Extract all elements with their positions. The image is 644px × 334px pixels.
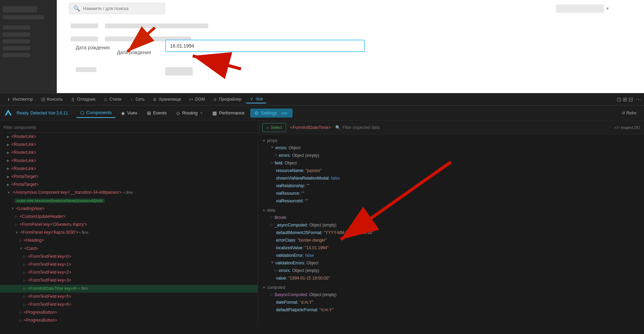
- nav-events[interactable]: ⊞ Events: [143, 109, 171, 118]
- tree-item[interactable]: ▷ <ProgressButton>: [0, 308, 258, 316]
- search-icon: 🔍: [335, 125, 340, 130]
- vue-devtools-panel: Ready. Detected Vue 2.6.11. ⬡ Components…: [0, 105, 644, 326]
- tab-storage[interactable]: ☰ Хранилище: [149, 95, 184, 103]
- error-class-row: errorClass: "border-danger": [262, 236, 640, 244]
- tab-styles[interactable]: ◻ Стили: [99, 95, 125, 103]
- arrow-icon: ▷: [271, 214, 273, 220]
- tree-arrow: ▷: [23, 294, 26, 299]
- tree-arrow: ▷: [23, 278, 26, 283]
- shown-modal-row: shownViaNewRelationModal: false: [262, 174, 640, 182]
- routing-dropdown-icon: ▼: [200, 111, 203, 115]
- tree-item[interactable]: ▷ <FormTextField key=6>: [0, 301, 258, 308]
- tree-item[interactable]: ▷ <CustomUpdateHeader>: [0, 213, 258, 221]
- tree-arrow: ▷: [23, 302, 26, 307]
- date-input[interactable]: [165, 40, 365, 52]
- validation-error-row: validationError: false: [262, 252, 640, 259]
- date-field-label: Дата рождения: [76, 45, 110, 50]
- vue-icon: V: [249, 97, 254, 101]
- validation-errors-row: ▼ validationErrors: Object: [262, 259, 640, 267]
- debugger-icon: {}: [71, 97, 75, 102]
- filter-data-input[interactable]: [342, 125, 394, 130]
- tab-network[interactable]: ↕ Сеть: [126, 95, 148, 103]
- tab-console[interactable]: ⬛ Консоль: [37, 95, 66, 103]
- tree-item[interactable]: ▶ <RouterLink>: [0, 141, 258, 149]
- arrow-icon: ▷: [271, 292, 273, 297]
- tree-item[interactable]: ▷ <FormTextField key=1>: [0, 261, 258, 269]
- inspector-toolbar: ○ Components Select <FormIntlDateTime> 🔍…: [258, 121, 644, 134]
- arrow-icon: ▼: [271, 260, 274, 265]
- tree-item[interactable]: ▷ <FormTextField key=5>: [0, 293, 258, 301]
- refresh-btn[interactable]: ↺ Refre: [618, 109, 640, 117]
- nav-performance[interactable]: ▦ Performance: [208, 109, 249, 118]
- nav-components[interactable]: ⬡ Components: [76, 108, 116, 118]
- vue-logo-icon: [4, 109, 12, 117]
- tree-item[interactable]: ▷ <ProgressButton>: [0, 316, 258, 324]
- filter-data-bar: 🔍: [335, 125, 394, 130]
- route-pill: router-view /resources/{resourceName}/{r…: [14, 199, 105, 203]
- tree-item[interactable]: ▷ <FormTextField key=3>: [0, 276, 258, 284]
- select-button[interactable]: ○ Components Select: [262, 123, 286, 132]
- props-header[interactable]: ▼ props: [262, 137, 640, 144]
- computed-header[interactable]: ▼ computed: [262, 284, 640, 291]
- styles-icon: ◻: [103, 97, 108, 102]
- computed-section: ▼ computed ▷ $asyncComputed: Object (emp…: [262, 284, 640, 314]
- tab-dom[interactable]: <> DOM: [185, 95, 208, 103]
- more-options-icon[interactable]: ⋯: [636, 96, 641, 103]
- data-header[interactable]: ▼ data: [262, 207, 640, 214]
- tree-item[interactable]: ▶ <RouterLink>: [0, 149, 258, 156]
- profiler-icon: ◷: [212, 97, 217, 102]
- tree-item[interactable]: ▷ <Heading>: [0, 236, 258, 244]
- tree-item[interactable]: ▷ <FormPanel key='Обновить Карту'>: [0, 221, 258, 229]
- data-section: ▼ data ▷ $route ▷ _asyncComputed: Object…: [262, 207, 640, 282]
- tree-item[interactable]: ▼ <Card>: [0, 245, 258, 253]
- tree-item[interactable]: ▷ <FormTextField key=0>: [0, 253, 258, 261]
- settings-icon: ⚙: [254, 110, 259, 116]
- devtools-bar: ℹ Инспектор ⬛ Консоль {} Отладчик ◻ Стил…: [0, 93, 644, 105]
- tree-item[interactable]: ▶ <RouterLink>: [0, 157, 258, 165]
- tree-arrow: ▼: [15, 230, 19, 235]
- tree-item[interactable]: ▶ <RouterLink>: [0, 165, 258, 173]
- tree-item[interactable]: ▼ <FormPanel key='Карта 0030'> + $ms: [0, 229, 258, 236]
- nav-routing[interactable]: ◇ Routing ▼: [172, 109, 207, 118]
- arrow-icon: ▼: [271, 145, 274, 150]
- tab-vue[interactable]: V Vue: [246, 95, 266, 103]
- devtools-content: ▶ <RouterLink> ▶ <RouterLink> ▶ <RouterL…: [0, 121, 644, 326]
- tab-inspector[interactable]: ℹ Инспектор: [3, 95, 36, 103]
- storage-icon: ☰: [152, 97, 157, 102]
- tree-arrow: ▷: [23, 262, 26, 267]
- tree-filter-input[interactable]: [3, 125, 254, 130]
- form-label-date: Дата рождения: [117, 50, 158, 55]
- layout-icon-3[interactable]: ⊟: [629, 96, 633, 103]
- inspect-dom-button[interactable]: </> Inspect DO: [614, 125, 640, 130]
- tree-arrow: ▷: [23, 270, 26, 275]
- tree-arrow: ▶: [7, 174, 10, 180]
- layout-icon-2[interactable]: ⊞: [623, 96, 627, 103]
- via-resource-row: viaResource: "": [262, 190, 640, 197]
- component-name-display: <FormIntlDateTime>: [290, 125, 331, 130]
- tree-item[interactable]: ▼ <LoadingView>: [0, 205, 258, 213]
- tab-profiler[interactable]: ◷ Профайлер: [209, 95, 245, 103]
- tree-arrow: ▼: [11, 206, 14, 211]
- vuex-icon: ◈: [121, 110, 125, 116]
- search-input[interactable]: [83, 6, 152, 11]
- components-icon: ⬡: [80, 110, 84, 115]
- console-icon: ⬛: [41, 97, 45, 102]
- routing-icon: ◇: [176, 110, 180, 116]
- errors-empty-row: ▷ errors: Object (empty): [262, 152, 640, 159]
- tree-item-selected[interactable]: ▷ <FormIntlDateTime key=4> + $ms: [0, 285, 258, 293]
- tree-arrow: ▶: [7, 142, 10, 148]
- nav-vuex[interactable]: ◈ Vuex: [117, 109, 141, 118]
- tab-debugger[interactable]: {} Отладчик: [67, 95, 99, 103]
- tree-arrow: ▶: [7, 150, 10, 155]
- tree-arrow: ▷: [23, 286, 26, 291]
- nav-settings[interactable]: ⚙ Settings new: [250, 109, 293, 118]
- arrow-icon: ▷: [275, 152, 277, 158]
- tree-item[interactable]: ▶ <PortalTarget>: [0, 173, 258, 181]
- tree-item[interactable]: ▷ <FormTextField key=2>: [0, 269, 258, 276]
- tree-item-anonymous[interactable]: ▼ <Anonymous Component key='__transition…: [0, 189, 258, 204]
- tree-arrow: ▼: [7, 190, 10, 195]
- layout-icon-1[interactable]: ⊡: [617, 96, 621, 103]
- tree-item[interactable]: ▶ <RouterLink>: [0, 133, 258, 141]
- field-object-row: ▷ field: Object: [262, 159, 640, 167]
- tree-item[interactable]: ▶ <PortalTarget>: [0, 181, 258, 189]
